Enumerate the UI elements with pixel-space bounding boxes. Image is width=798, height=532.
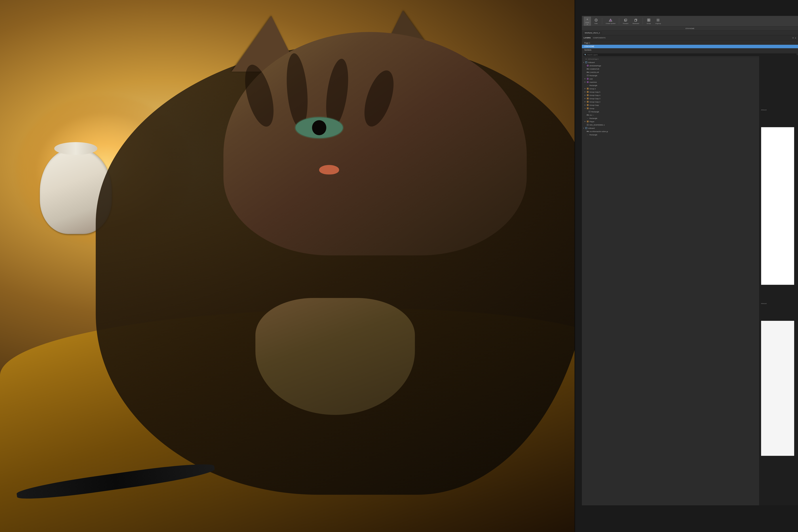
monitor-bezel: + Insert ▼ Data — [574, 0, 798, 532]
layer-label-rect1: Rectangle — [590, 75, 597, 77]
data-label: Data — [594, 23, 597, 24]
layer-label-rect2: Rectangle — [590, 84, 597, 87]
svg-rect-54 — [587, 121, 588, 121]
svg-rect-52 — [588, 108, 588, 109]
sidebar-actions: + ∧ — [792, 36, 796, 39]
cable — [16, 460, 216, 503]
svg-rect-29 — [587, 91, 588, 92]
canvas-peek: Artboard Artboard — [759, 55, 798, 506]
layer-label-groupcopy4: Group Copy 4 — [590, 94, 600, 96]
svg-rect-9 — [649, 20, 650, 21]
layer-label-artcurve: ArtCurveCopy 4 — [588, 58, 598, 60]
svg-rect-6 — [647, 19, 649, 20]
group-button[interactable]: Group — [645, 17, 652, 25]
expand-arrow-cost: ▶ — [585, 78, 586, 79]
svg-rect-45 — [587, 104, 588, 105]
group-icon-copy5 — [587, 91, 589, 93]
insert-button[interactable]: + Insert ▼ — [584, 17, 591, 26]
layer-label-player: Player — [590, 120, 594, 122]
data-button[interactable]: Data — [592, 17, 600, 25]
svg-rect-7 — [649, 19, 650, 20]
rect-icon-last: — — [587, 134, 589, 136]
artboard-icon — [585, 61, 587, 63]
svg-rect-13 — [657, 20, 658, 21]
layer-label-img: IMG_E03FEEB91-1 — [590, 124, 605, 126]
svg-rect-39 — [587, 98, 588, 99]
ungroup-label: Ungroup — [655, 23, 661, 24]
layer-label-rect-child: Rectangle — [591, 111, 599, 113]
canvas-artboard-label-2: Artboard — [761, 303, 767, 304]
layer-label-groupcopy2: Group Copy 2 — [590, 101, 600, 103]
layer-label-artboard2: Artboard — [588, 127, 595, 129]
forward-button[interactable]: Forward — [621, 17, 630, 25]
ungroup-button[interactable]: Ungroup — [654, 17, 662, 25]
toolbar: + Insert ▼ Data — [582, 16, 798, 26]
layer-label-groupcopy3: Group Copy 3 — [590, 98, 600, 99]
svg-rect-3 — [625, 19, 627, 21]
symbol-icon-cost — [587, 78, 589, 80]
layer-label-group2: Group 2 — [590, 88, 596, 90]
svg-rect-31 — [587, 92, 588, 93]
backward-label: Backward — [633, 23, 639, 24]
layer-label-comentar: COMENTAR — [590, 68, 600, 70]
rect-icon-2: — — [587, 84, 589, 87]
svg-point-1 — [610, 20, 611, 21]
layer-icon-text: — — [585, 58, 587, 60]
group-icon — [647, 18, 651, 22]
cat-nose — [319, 165, 339, 174]
scene: + Insert ▼ Data — [0, 0, 798, 532]
forward-label: Forward — [623, 23, 628, 24]
svg-rect-25 — [587, 88, 588, 89]
svg-rect-47 — [587, 105, 588, 106]
artboard-icon-2 — [585, 127, 587, 129]
svg-rect-37 — [587, 98, 588, 98]
image-icon — [587, 124, 589, 126]
svg-rect-14 — [658, 20, 659, 21]
page-item-stayhome[interactable]: STAYHOME — [582, 45, 798, 48]
tab-components[interactable]: COMPONENTS — [593, 37, 606, 39]
svg-rect-5 — [635, 20, 636, 21]
tab-layers[interactable]: LAYERS — [584, 37, 591, 39]
svg-rect-42 — [588, 101, 588, 102]
expand-arrow-artboard2: ▼ — [583, 127, 585, 129]
page-item-symbols[interactable]: Symbols — [582, 48, 798, 52]
svg-rect-50 — [588, 108, 588, 108]
svg-rect-48 — [588, 105, 588, 106]
search-icon: 🔍 — [585, 54, 586, 56]
expand-arrow — [583, 58, 585, 60]
collapse-button[interactable]: ∧ — [795, 37, 796, 39]
svg-rect-53 — [589, 111, 590, 112]
text-icon: Aa — [587, 68, 589, 70]
svg-rect-26 — [588, 88, 588, 89]
monitor-screen: + Insert ▼ Data — [582, 16, 798, 505]
text-icon-aa: Aa — [587, 114, 589, 116]
pages-list: Page 1 STAYHOME Symbols — [582, 41, 798, 53]
rect-icon-1 — [587, 74, 589, 77]
create-symbol-button[interactable]: Create Symbol — [604, 17, 617, 25]
svg-rect-57 — [588, 121, 588, 122]
document-title: STAYHOME — [685, 27, 695, 30]
expand-arrow-group2: ▶ — [585, 88, 586, 89]
backward-button[interactable]: Backward — [631, 17, 641, 25]
cat-eye — [295, 117, 343, 138]
expand-arrow-artboard: ▼ — [583, 61, 585, 63]
expand-arrow — [585, 65, 586, 66]
layer-label-info: Aa Información sobre gr — [590, 130, 608, 132]
svg-rect-55 — [588, 121, 588, 121]
page-item-page1[interactable]: Page 1 — [582, 41, 798, 45]
toolbar-separator-2 — [619, 18, 619, 24]
rect-icon-3: — — [587, 117, 589, 119]
group-icon-copy3 — [587, 97, 589, 99]
layer-label-rect-last: Rectangle — [590, 134, 597, 136]
create-symbol-icon — [609, 18, 612, 22]
document-tab[interactable]: Wireframe_chicA1_n — [583, 31, 602, 35]
add-page-button[interactable]: + — [792, 36, 794, 39]
svg-rect-33 — [587, 94, 588, 95]
ungroup-icon — [656, 18, 660, 22]
layer-label-cost: cost — [590, 78, 593, 80]
layer-label-group: Group — [590, 108, 594, 110]
svg-rect-44 — [588, 102, 588, 102]
group-label: Group — [647, 23, 651, 24]
canvas-artboard-1 — [761, 127, 794, 285]
svg-rect-11 — [657, 19, 658, 20]
